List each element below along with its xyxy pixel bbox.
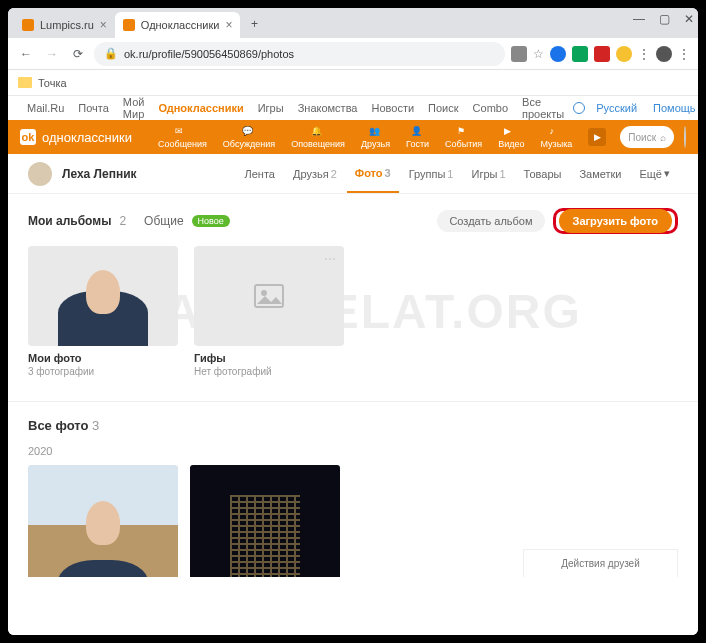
new-badge: Новое xyxy=(192,215,230,227)
kebab-icon[interactable]: ⋮ xyxy=(678,47,690,61)
portal-nav-link[interactable]: Одноклассники xyxy=(153,102,248,114)
browser-tab[interactable]: Одноклассники × xyxy=(115,12,241,38)
minimize-icon[interactable]: — xyxy=(633,12,645,26)
lock-icon: 🔒 xyxy=(104,47,118,60)
language-switch[interactable]: Русский xyxy=(591,102,642,114)
svg-point-1 xyxy=(261,290,267,296)
extension-icon[interactable] xyxy=(511,46,527,62)
nav-music[interactable]: ♪Музыка xyxy=(535,126,579,149)
upload-photo-button[interactable]: Загрузить фото xyxy=(559,209,672,233)
folder-icon xyxy=(18,77,32,88)
nav-guests[interactable]: 👤Гости xyxy=(400,126,435,149)
photo-thumbnail[interactable] xyxy=(190,465,340,577)
menu-icon[interactable]: ⋮ xyxy=(638,47,650,61)
reload-icon[interactable]: ⟳ xyxy=(68,44,88,64)
browser-toolbar: ← → ⟳ 🔒 ok.ru/profile/590056450869/photo… xyxy=(8,38,698,70)
album-item[interactable]: Мои фото 3 фотографии xyxy=(28,246,178,377)
friends-activity-panel[interactable]: Действия друзей xyxy=(523,549,678,577)
ok-logo-icon: ok xyxy=(20,129,36,145)
albums-filter[interactable]: Общие xyxy=(144,214,183,228)
nav-events[interactable]: ⚑События xyxy=(439,126,488,149)
extension-icon[interactable] xyxy=(572,46,588,62)
portal-nav-link[interactable]: Все проекты xyxy=(517,96,569,120)
user-icon: 👤 xyxy=(411,126,425,138)
create-album-button[interactable]: Создать альбом xyxy=(437,210,544,232)
profile-tabs: Лента Друзья2 Фото3 Группы1 Игры1 Товары… xyxy=(237,155,678,193)
portal-nav-link[interactable]: Combo xyxy=(468,102,513,114)
new-tab-button[interactable]: + xyxy=(244,14,264,34)
back-icon[interactable]: ← xyxy=(16,44,36,64)
help-link[interactable]: Помощь xyxy=(648,102,698,114)
photo-thumbnail[interactable]: GIF xyxy=(28,465,178,577)
nav-discussions[interactable]: 💬Обсуждения xyxy=(217,126,281,149)
album-title: Гифы xyxy=(194,352,344,364)
flag-icon: ⚑ xyxy=(457,126,471,138)
extension-icon[interactable] xyxy=(616,46,632,62)
profile-name[interactable]: Леха Лепник xyxy=(62,167,137,181)
tab-photos[interactable]: Фото3 xyxy=(347,155,399,193)
extension-icons: ☆ ⋮ ⋮ xyxy=(511,46,690,62)
maximize-icon[interactable]: ▢ xyxy=(659,12,670,26)
bookmark-folder-label[interactable]: Точка xyxy=(38,77,67,89)
album-item[interactable]: ⋯ Гифы Нет фотографий xyxy=(194,246,344,377)
tab-groups[interactable]: Группы1 xyxy=(401,155,462,193)
portal-nav-link[interactable]: Поиск xyxy=(423,102,463,114)
all-photos-header: Все фото 3 xyxy=(28,418,678,433)
year-label: 2020 xyxy=(28,445,678,457)
album-thumbnail xyxy=(28,246,178,346)
video-icon: ▶ xyxy=(504,126,518,138)
portal-nav-link[interactable]: Mail.Ru xyxy=(22,102,69,114)
extension-icon[interactable] xyxy=(594,46,610,62)
close-tab-icon[interactable]: × xyxy=(100,18,107,32)
nav-messages[interactable]: ✉Сообщения xyxy=(152,126,213,149)
browser-window: Lumpics.ru × Одноклассники × + — ▢ ✕ ← →… xyxy=(8,8,698,635)
search-input[interactable]: Поиск ⌕ xyxy=(620,126,674,148)
browser-tab[interactable]: Lumpics.ru × xyxy=(14,12,115,38)
tab-more[interactable]: Ещё ▾ xyxy=(631,155,678,193)
portal-nav-link[interactable]: Почта xyxy=(73,102,114,114)
play-icon: ▶ xyxy=(588,128,606,146)
portal-nav: Mail.Ru Почта Мой Мир Одноклассники Игры… xyxy=(8,96,698,120)
album-subtitle: Нет фотографий xyxy=(194,366,344,377)
album-title: Мои фото xyxy=(28,352,178,364)
portal-nav-link[interactable]: Знакомства xyxy=(293,102,363,114)
nav-notifications[interactable]: 🔔Оповещения xyxy=(285,126,351,149)
tab-title: Одноклассники xyxy=(141,19,220,31)
ok-logo[interactable]: ok одноклассники xyxy=(20,129,132,145)
nav-video[interactable]: ▶Видео xyxy=(492,126,530,149)
albums-header: Мои альбомы 2 Общие Новое Создать альбом… xyxy=(28,208,678,234)
tab-friends[interactable]: Друзья2 xyxy=(285,155,345,193)
album-thumbnail: ⋯ xyxy=(194,246,344,346)
profile-avatar[interactable] xyxy=(28,162,52,186)
extension-icon[interactable] xyxy=(550,46,566,62)
chat-icon: 💬 xyxy=(242,126,256,138)
bell-icon: 🔔 xyxy=(311,126,325,138)
search-placeholder: Поиск xyxy=(628,132,656,143)
tab-products[interactable]: Товары xyxy=(516,155,570,193)
music-icon: ♪ xyxy=(549,126,563,138)
ok-main-nav: ok одноклассники ✉Сообщения 💬Обсуждения … xyxy=(8,120,698,154)
tab-notes[interactable]: Заметки xyxy=(571,155,629,193)
browser-tabstrip: Lumpics.ru × Одноклассники × + — ▢ ✕ xyxy=(8,8,698,38)
forward-icon[interactable]: → xyxy=(42,44,62,64)
close-tab-icon[interactable]: × xyxy=(225,18,232,32)
portal-nav-link[interactable]: Новости xyxy=(367,102,420,114)
albums-title: Мои альбомы xyxy=(28,214,111,228)
nav-friends[interactable]: 👥Друзья xyxy=(355,126,396,149)
divider xyxy=(8,401,698,402)
profile-avatar-icon[interactable] xyxy=(656,46,672,62)
album-menu-icon[interactable]: ⋯ xyxy=(324,252,336,266)
portal-nav-link[interactable]: Мой Мир xyxy=(118,96,150,120)
close-window-icon[interactable]: ✕ xyxy=(684,12,694,26)
tab-games[interactable]: Игры1 xyxy=(463,155,513,193)
nav-play[interactable]: ▶ xyxy=(582,128,612,146)
tab-feed[interactable]: Лента xyxy=(237,155,283,193)
user-avatar[interactable] xyxy=(684,126,686,148)
album-subtitle: 3 фотографии xyxy=(28,366,178,377)
ok-logo-text: одноклассники xyxy=(42,130,132,145)
image-placeholder-icon xyxy=(254,284,284,308)
users-icon: 👥 xyxy=(369,126,383,138)
address-bar[interactable]: 🔒 ok.ru/profile/590056450869/photos xyxy=(94,42,505,66)
star-icon[interactable]: ☆ xyxy=(533,47,544,61)
portal-nav-link[interactable]: Игры xyxy=(253,102,289,114)
